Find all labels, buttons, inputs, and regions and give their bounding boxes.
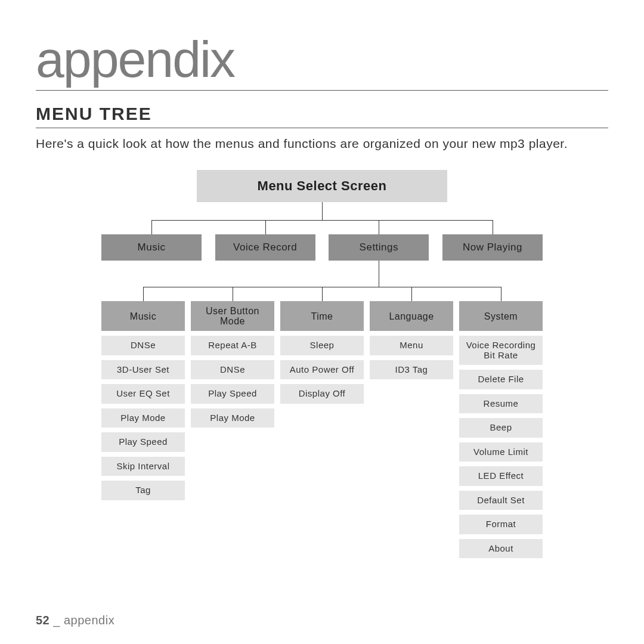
menu-item: About: [459, 539, 543, 559]
intro-text: Here's a quick look at how the menus and…: [36, 135, 608, 152]
menu-item: Resume: [459, 394, 543, 414]
page-footer: 52 _ appendix: [36, 614, 114, 627]
menu-item: Skip Interval: [101, 457, 185, 476]
menu-item: Volume Limit: [459, 442, 543, 462]
menu-item: 3D-User Set: [101, 360, 185, 380]
menu-item: Tag: [101, 481, 185, 500]
menu-item: Auto Power Off: [280, 360, 364, 380]
menu-item: Voice Recording Bit Rate: [459, 336, 543, 365]
menu-item: ID3 Tag: [370, 360, 453, 380]
tier2-header: System: [459, 301, 543, 331]
connector-line: [493, 220, 493, 234]
menu-item: Play Mode: [101, 408, 185, 428]
connector-line: [143, 287, 144, 301]
menu-item: Play Mode: [191, 408, 274, 428]
page-number: 52: [36, 614, 49, 627]
menu-item: User EQ Set: [101, 384, 185, 404]
connector-line: [379, 220, 379, 234]
menu-item: Default Set: [459, 491, 543, 510]
tier1-box: Now Playing: [442, 234, 543, 261]
connector-line: [322, 287, 323, 301]
connector-line: [322, 202, 323, 220]
tree-root: Menu Select Screen: [197, 170, 447, 202]
menu-item: Repeat A-B: [191, 336, 274, 355]
tier2-column: DNSe3D-User SetUser EQ SetPlay ModePlay …: [101, 336, 185, 558]
tier1-box: Settings: [329, 234, 429, 261]
footer-separator: _: [49, 614, 64, 627]
tree-tier-2: MusicUser Button ModeTimeLanguageSystem …: [101, 287, 543, 558]
menu-tree-diagram: Menu Select Screen MusicVoice RecordSett…: [101, 170, 543, 558]
menu-item: Play Speed: [191, 384, 274, 404]
menu-item: LED Effect: [459, 466, 543, 486]
menu-item: Beep: [459, 418, 543, 438]
footer-label: appendix: [64, 614, 114, 627]
tier2-header: Time: [280, 301, 364, 331]
connector-line: [379, 261, 379, 287]
menu-item: DNSe: [191, 360, 274, 380]
tier1-box: Music: [101, 234, 202, 261]
menu-item: Play Speed: [101, 432, 185, 452]
menu-item: DNSe: [101, 336, 185, 355]
menu-item: Menu: [370, 336, 453, 355]
connector-line: [265, 220, 266, 234]
tier2-header: User Button Mode: [191, 301, 274, 331]
section-title: MENU TREE: [36, 104, 608, 128]
tier2-column: Voice Recording Bit RateDelete FileResum…: [459, 336, 543, 558]
menu-item: Sleep: [280, 336, 364, 355]
tier2-header: Language: [370, 301, 453, 331]
connector-line: [233, 287, 233, 301]
tier2-header: Music: [101, 301, 185, 331]
connector-line: [411, 287, 412, 301]
tier2-column: SleepAuto Power OffDisplay Off: [280, 336, 364, 558]
tree-tier-1: MusicVoice RecordSettingsNow Playing: [101, 220, 543, 261]
tier1-box: Voice Record: [215, 234, 315, 261]
tier2-column: Repeat A-BDNSePlay SpeedPlay Mode: [191, 336, 274, 558]
tier2-column: MenuID3 Tag: [370, 336, 453, 558]
connector-area: [101, 261, 543, 287]
menu-item: Format: [459, 515, 543, 534]
page-title: appendix: [36, 30, 608, 91]
menu-item: Display Off: [280, 384, 364, 404]
menu-item: Delete File: [459, 370, 543, 389]
connector-line: [151, 220, 152, 234]
connector-line: [501, 287, 501, 301]
